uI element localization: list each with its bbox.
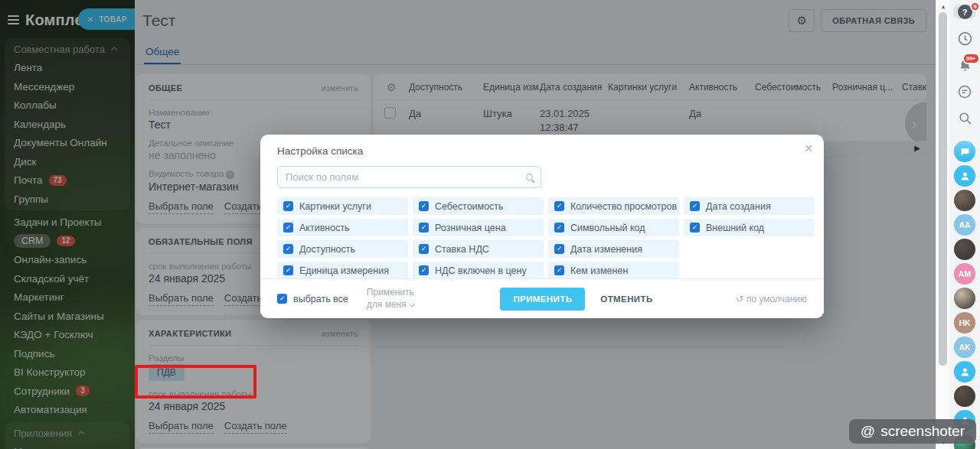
avatar-photo[interactable] [954,288,975,309]
apply-button[interactable]: ПРИМЕНИТЬ [500,288,585,311]
field-checkbox-item[interactable]: Активность [277,219,408,236]
invite-user-icon[interactable] [954,165,975,187]
checkbox-checked-icon [283,201,293,211]
scroll-up-icon[interactable]: ▲ [936,4,950,9]
app: Комплексн ✕ ТОВАР Совместная работаЛента… [0,0,980,449]
right-rail: ? 9 99+ AAAMHKAK [949,0,980,449]
field-checkbox-item[interactable]: Символьный код [548,219,679,236]
timer-button[interactable] [957,31,973,47]
checkbox-label: Символьный код [570,223,645,233]
checkbox-label: НДС включен в цену [435,265,527,276]
fields-checkbox-grid: Картинки услугиСебестоимостьКоличество п… [277,197,807,279]
checkbox-label: Активность [299,223,350,233]
field-checkbox-item[interactable]: Картинки услуги [277,197,408,215]
watermark: @ screenshoter [849,419,976,444]
checkbox-label: Ставка НДС [435,244,489,255]
checkbox-label: Розничная цена [435,223,506,233]
modal-title: Настройка списка [277,145,807,157]
checkbox-checked-icon [554,265,564,275]
checkbox-checked-icon [283,244,293,254]
checkbox-label: Дата изменения [570,244,642,255]
checkbox-label: Доступность [299,244,355,255]
checkbox-checked-icon [419,201,429,211]
list-settings-modal: Настройка списка ✕ Картинки услугиСебест… [260,135,824,318]
avatar-photo[interactable] [954,239,975,260]
close-icon[interactable]: ✕ [804,142,813,155]
notifications-badge: 99+ [962,53,980,64]
field-checkbox-item[interactable]: Единица измерения [277,262,408,279]
avatar-list: AAAMHKAK [954,141,975,449]
field-checkbox-item[interactable]: Дата изменения [548,240,679,258]
chat-avatar-icon[interactable] [954,141,975,162]
avatar-photo[interactable] [954,190,975,211]
checkbox-checked-icon [419,265,429,275]
field-checkbox-item[interactable]: Внешний код [684,219,815,236]
help-badge: 9 [970,2,980,11]
checkbox-checked-icon [554,201,564,211]
modal-footer: выбрать все Применить для меня ПРИМЕНИТЬ… [260,278,824,318]
field-checkbox-item[interactable]: Дата создания [684,197,815,215]
avatar[interactable]: AM [954,263,975,285]
avatar[interactable]: HK [954,312,975,333]
checkbox-label: Дата создания [706,201,771,212]
clock-icon [957,31,973,47]
checkbox-checked-icon [690,201,700,211]
undo-icon: ↺ [736,294,743,304]
checkbox-label: Количество просмотров [570,201,677,212]
search-icon [526,174,533,181]
checkbox-label: Внешний код [706,223,764,233]
checkbox-checked-icon [554,244,564,254]
field-checkbox-item[interactable]: НДС включен в цену [413,262,544,279]
search-input[interactable] [286,171,526,183]
search-icon [958,111,972,125]
field-checkbox-item[interactable]: Кем изменен [548,262,679,279]
search-button[interactable] [958,111,972,125]
chat-icon [957,84,972,99]
field-checkbox-item[interactable]: Себестоимость [413,197,544,215]
checkbox-checked-icon [283,265,293,275]
page-scrollbar[interactable]: ▲ ▼ [936,0,949,449]
checkbox-checked-icon [690,223,700,233]
cancel-button[interactable]: ОТМЕНИТЬ [600,294,652,304]
checkbox-label: Кем изменен [570,265,628,276]
checkbox-checked-icon [277,294,287,304]
at-icon: @ [861,423,875,440]
chevron-down-icon [409,301,414,307]
avatar[interactable]: AA [954,214,975,236]
field-checkbox-item[interactable]: Доступность [277,240,408,258]
reset-default-link[interactable]: ↺по умолчанию [692,294,807,304]
help-button[interactable]: ? 9 [953,5,976,19]
notifications-button[interactable]: 99+ [958,58,972,73]
avatar[interactable]: AK [954,337,975,358]
field-checkbox-item[interactable]: Ставка НДС [413,240,544,258]
checkbox-label: Себестоимость [435,201,504,212]
select-all-checkbox[interactable]: выбрать все [277,294,348,304]
checkbox-checked-icon [419,244,429,254]
checkbox-checked-icon [419,223,429,233]
scrollbar-thumb[interactable] [939,12,947,366]
checkbox-checked-icon [554,223,564,233]
checkbox-label: Единица измерения [299,265,389,276]
field-search[interactable] [277,166,541,188]
field-checkbox-item[interactable]: Количество просмотров [548,197,679,215]
avatar-photo[interactable] [954,386,975,407]
checkbox-label: Картинки услуги [299,201,371,212]
apply-for-dropdown[interactable]: Применить для меня [367,287,426,311]
checkbox-checked-icon [283,223,293,233]
field-checkbox-item[interactable]: Розничная цена [413,219,544,236]
messages-button[interactable] [957,84,972,99]
invite-user-icon[interactable] [954,361,975,382]
